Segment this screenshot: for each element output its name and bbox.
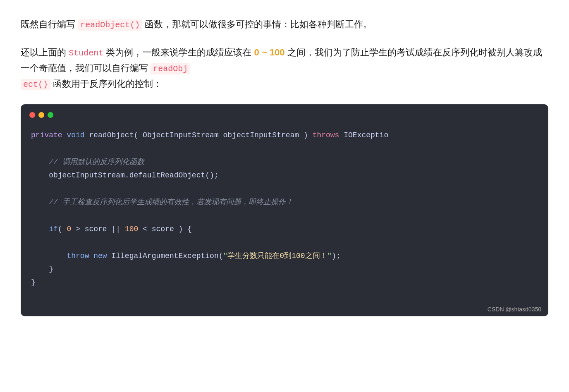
code-line-comment1: // 调用默认的反序列化函数 [31, 155, 538, 169]
code-block-body: private void readObject( ObjectInputStre… [21, 122, 548, 302]
dot-yellow [38, 112, 44, 118]
para2-prefix: 还以上面的 [21, 47, 69, 57]
code-line-if: if( 0 > score || 100 < score ) { [31, 222, 538, 236]
code-line-comment2: // 手工检查反序列化后学生成绩的有效性，若发现有问题，即终止操作！ [31, 196, 538, 209]
para2-readobj1: readObj [151, 63, 190, 74]
code-line-blank4 [31, 236, 538, 249]
watermark-bar: CSDN @shtasd0350 [21, 302, 548, 316]
code-line-blank1 [31, 142, 538, 155]
watermark-text: CSDN @shtasd0350 [488, 306, 541, 313]
dot-red [29, 112, 35, 118]
para2-readobj2: ect() [21, 79, 50, 90]
code-line-close-method: } [31, 276, 538, 289]
para2-num0: 0 [254, 47, 259, 57]
code-line-blank3 [31, 209, 538, 222]
code-line-blank2 [31, 182, 538, 196]
paragraph-1: 既然自行编写 readObject() 函数，那就可以做很多可控的事情：比如各种… [21, 17, 548, 32]
code-line-1: private void readObject( ObjectInputStre… [31, 129, 538, 142]
dot-green [48, 112, 53, 118]
para1-prefix: 既然自行编写 [21, 19, 78, 29]
para2-student: Student [69, 48, 103, 58]
code-line-default: objectInputStream.defaultReadObject(); [31, 169, 538, 182]
para2-tilde: ~ [259, 47, 270, 57]
para2-num100: 100 [270, 47, 285, 57]
code-line-close-if: } [31, 263, 538, 276]
para2-suffix: 函数用于反序列化的控制： [50, 79, 162, 89]
paragraph-2: 还以上面的 Student 类为例，一般来说学生的成绩应该在 0 ~ 100 之… [21, 45, 548, 92]
para1-code1: readObject() [78, 19, 142, 31]
code-block-wrapper: private void readObject( ObjectInputStre… [21, 104, 548, 316]
para1-suffix: 函数，那就可以做很多可控的事情：比如各种判断工作。 [142, 19, 372, 29]
code-titlebar [21, 105, 548, 122]
para2-middle1: 类为例，一般来说学生的成绩应该在 [103, 47, 254, 57]
code-line-throw: throw new IllegalArgumentException("学生分数… [31, 249, 538, 263]
